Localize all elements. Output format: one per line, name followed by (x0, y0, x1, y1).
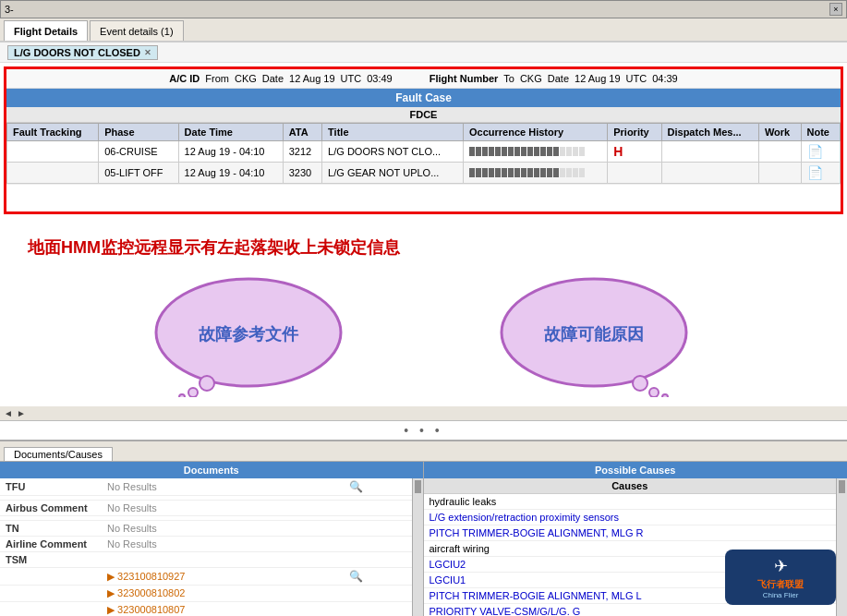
tab-event-details[interactable]: Event details (1) (90, 20, 183, 41)
documents-header: Documents (0, 462, 423, 478)
documents-panel: Documents TFU No Results 🔍 Airbus Commen… (0, 462, 424, 616)
docs-row: ▶ 323000810807 (0, 602, 412, 617)
logo-badge: ✈ 飞行者联盟 China Flier (725, 550, 836, 605)
cell-priority (608, 163, 661, 184)
docs-value: No Results (102, 521, 344, 537)
window-close-button[interactable]: × (829, 3, 842, 16)
docs-link[interactable]: ▶ 323100810927 (107, 571, 338, 583)
col-phase: Phase (99, 124, 178, 141)
col-work: Work (758, 124, 801, 141)
docs-scrollbar[interactable] (412, 478, 423, 616)
flight-info-title: L/G DOORS NOT CLOSED ✕ (7, 45, 158, 60)
to-time: 04:39 (652, 73, 678, 84)
note-icon[interactable]: 📄 (807, 165, 823, 180)
svg-point-6 (633, 376, 647, 391)
cause-item[interactable]: PRIORITY VALVE-CSM/G/L/G. G (424, 604, 837, 616)
docs-row: TFU No Results 🔍 (0, 478, 412, 496)
docs-link[interactable]: ▶ 323000810807 (107, 604, 338, 616)
left-bubble-svg: 故障参考文件 (151, 277, 355, 397)
cell-dispatch (661, 141, 758, 163)
cell-work (758, 163, 801, 184)
docs-label: TSM (0, 552, 102, 568)
nav-right-arrow[interactable]: ► (17, 408, 26, 418)
col-note: Note (801, 124, 840, 141)
logo-text-english: China Flier (763, 591, 799, 599)
docs-label (0, 602, 102, 617)
cell-fault-tracking (7, 163, 99, 184)
to-airport: CKG (520, 73, 542, 84)
cell-dispatch (661, 163, 758, 184)
fault-table: Fault Tracking Phase Date Time ATA Title… (6, 123, 841, 184)
docs-value: No Results (102, 478, 344, 496)
tabs-bar: Flight Details Event details (1) (0, 18, 847, 42)
docs-row: ▶ 323100810927 🔍 (0, 568, 412, 586)
fault-case-header: Fault Case (6, 89, 841, 107)
svg-point-1 (200, 376, 214, 391)
docs-label: Airbus Comment (0, 501, 102, 516)
cell-priority: H (608, 141, 661, 163)
flight-number-label: Flight Number (430, 73, 499, 84)
tab-documents-causes[interactable]: Documents/Causes (4, 447, 113, 461)
docs-no-results: No Results (107, 481, 157, 492)
docs-label (0, 568, 102, 586)
docs-search (344, 552, 411, 568)
cell-note: 📄 (801, 163, 840, 184)
cause-item[interactable]: hydraulic leaks (424, 494, 837, 510)
left-bubble-container: 故障参考文件 (151, 277, 355, 397)
docs-value: ▶ 323100810927 (102, 568, 344, 586)
logo-plane-icon: ✈ (774, 556, 788, 576)
cell-phase: 06-CRUISE (99, 141, 178, 163)
from-utc-label: UTC (341, 73, 362, 84)
docs-search: 🔍 (344, 568, 411, 586)
svg-text:故障可能原因: 故障可能原因 (544, 324, 644, 344)
docs-label: TFU (0, 478, 102, 496)
col-priority: Priority (608, 124, 661, 141)
to-label: To (503, 73, 514, 84)
to-date: 12 Aug 19 (575, 73, 621, 84)
causes-header: Possible Causes (424, 462, 848, 478)
note-icon[interactable]: 📄 (807, 144, 823, 159)
right-bubble-svg: 故障可能原因 (492, 277, 696, 397)
tab-flight-details[interactable]: Flight Details (4, 20, 88, 41)
docs-label: TN (0, 521, 102, 537)
flight-number-row: Flight Number To CKG Date 12 Aug 19 UTC … (430, 73, 678, 84)
fault-table-row[interactable]: 05-LIFT OFF 12 Aug 19 - 04:10 3230 L/G G… (7, 163, 841, 184)
svg-text:故障参考文件: 故障参考文件 (199, 324, 299, 344)
nav-left-arrow[interactable]: ◄ (4, 408, 13, 418)
col-title: Title (322, 124, 464, 141)
causes-scrollbar[interactable] (836, 478, 847, 616)
docs-link[interactable]: ▶ 323000810802 (107, 587, 338, 599)
from-time: 03:49 (367, 73, 393, 84)
svg-point-7 (649, 388, 659, 397)
cause-item[interactable]: PITCH TRIMMER-BOGIE ALIGNMENT, MLG R (424, 525, 837, 541)
nav-arrows: ◄ ► (0, 406, 847, 421)
bottom-panel: Documents/Causes Documents TFU No Result… (0, 440, 847, 616)
causes-list-header: Causes (424, 478, 837, 494)
docs-value (102, 552, 344, 568)
fault-table-row[interactable]: 06-CRUISE 12 Aug 19 - 04:10 3212 L/G DOO… (7, 141, 841, 163)
cause-item[interactable]: L/G extension/retraction proximity senso… (424, 510, 837, 525)
cell-fault-tracking (7, 141, 99, 163)
docs-row: TSM (0, 552, 412, 568)
docs-search (344, 586, 411, 602)
chinese-section: 地面HMM监控远程显示有左起落架收上未锁定信息 故障参考文件 故障可能原因 (0, 218, 847, 406)
main-content-wrapper: A/C ID From CKG Date 12 Aug 19 UTC 03:49… (4, 66, 843, 214)
docs-row: Airbus Comment No Results (0, 501, 412, 516)
svg-point-8 (662, 394, 668, 397)
flight-info-close[interactable]: ✕ (144, 48, 151, 57)
docs-label: Airline Comment (0, 537, 102, 552)
cell-title: L/G DOORS NOT CLO... (322, 141, 464, 163)
bottom-content: Documents TFU No Results 🔍 Airbus Commen… (0, 462, 847, 616)
col-fault-tracking: Fault Tracking (7, 124, 99, 141)
cell-work (758, 141, 801, 163)
docs-value: No Results (102, 501, 344, 516)
docs-no-results: No Results (107, 538, 157, 550)
search-icon[interactable]: 🔍 (349, 480, 363, 493)
search-icon[interactable]: 🔍 (349, 570, 363, 583)
svg-point-2 (188, 388, 198, 397)
cell-occurrence (463, 141, 607, 163)
bottom-tabs: Documents/Causes (0, 441, 847, 462)
cell-phase: 05-LIFT OFF (99, 163, 178, 184)
flight-info-bar: L/G DOORS NOT CLOSED ✕ (0, 42, 847, 63)
from-label: From (205, 73, 229, 84)
